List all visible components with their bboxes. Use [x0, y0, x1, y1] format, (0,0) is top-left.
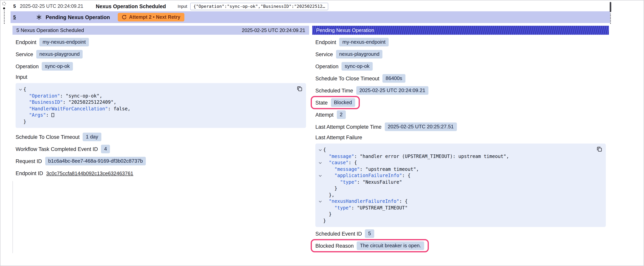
event-id: 5 — [10, 4, 16, 9]
field-value-chip: sync-op-ok — [42, 62, 73, 71]
pending-fields-mid: Attempt 2 Last Attempt Complete Time 202… — [315, 110, 606, 131]
field-label: Last Attempt Complete Time — [315, 124, 382, 130]
scheduled-event-detail-panel: 5 Nexus Operation Scheduled 2025-02-25 U… — [12, 26, 309, 181]
field-label: Scheduled Time — [315, 88, 353, 93]
scrollbar-thumb[interactable] — [610, 2, 611, 12]
fold-chevron-icon[interactable] — [317, 147, 323, 153]
field-value-chip: nexus-playground — [36, 50, 83, 59]
field-value-chip: 1 day — [83, 133, 101, 141]
attempt-retry-badge: Attempt 2 • Next Retry — [118, 13, 184, 22]
field-value-chip: 86400s — [382, 74, 405, 83]
endpoint-id-link[interactable]: 3c0c75ccfa8144b092c13ce632463761 — [46, 170, 133, 176]
input-json-viewer: { "Operation": "sync-op-ok", "BusinessID… — [16, 83, 306, 128]
detail-field-row: Endpoint my-nexus-endpoint — [315, 38, 606, 46]
attempt-badge-label: Attempt 2 • Next Retry — [129, 15, 180, 20]
timeline-node-icon — [2, 2, 6, 6]
scheduled-event-id-chip: 5 — [365, 229, 374, 238]
timeline-dot-icon — [3, 8, 5, 9]
detail-field-row: Last Attempt Complete Time 2025-02-25 UT… — [315, 122, 606, 131]
copy-json-button[interactable] — [297, 86, 302, 92]
event-input-label: Input — [178, 4, 187, 9]
empty-array-icon — [52, 113, 54, 117]
event-title: Nexus Operation Scheduled — [96, 3, 166, 9]
detail-field-row: Service nexus-playground — [16, 50, 306, 59]
field-label: Operation — [16, 63, 39, 69]
event-id-link[interactable]: 5 — [10, 15, 16, 20]
field-value-chip: my-nexus-endpoint — [339, 38, 389, 46]
fold-chevron-icon[interactable] — [317, 159, 323, 166]
pending-operation-panel: Pending Nexus Operation Endpoint my-nexu… — [312, 26, 609, 253]
blocked-reason-annotation-highlight: Blocked Reason The circuit breaker is op… — [311, 239, 429, 252]
field-value-chip: 2025-02-25 UTC 20:25:27.51 — [384, 122, 457, 131]
field-value-chip: 4 — [101, 145, 110, 153]
field-label: Endpoint — [16, 39, 36, 45]
input-json-code: { "Operation": "sync-op-ok", "BusinessID… — [17, 86, 302, 125]
field-label: Service — [315, 51, 333, 57]
detail-field-row: Schedule To Close Timeout 1 day — [16, 133, 306, 141]
failure-json-viewer: { "message": "handler error (UPSTREAM_TI… — [315, 144, 606, 227]
field-label: Blocked Reason — [315, 243, 354, 249]
blocked-reason-chip: The circuit breaker is open. — [357, 241, 424, 250]
scheduled-panel-header: 5 Nexus Operation Scheduled 2025-02-25 U… — [12, 26, 309, 35]
pending-panel-title: Pending Nexus Operation — [316, 27, 374, 33]
detail-field-row: Attempt 2 — [315, 110, 606, 119]
endpoint-id-row: Endpoint ID 3c0c75ccfa8144b092c13ce63246… — [16, 169, 306, 177]
copy-json-button[interactable] — [596, 146, 602, 152]
field-label: State — [315, 100, 328, 106]
field-label: Schedule To Close Timeout — [16, 134, 80, 140]
detail-field-row: Endpoint my-nexus-endpoint — [16, 38, 306, 46]
copy-icon — [297, 86, 302, 92]
detail-field-row: Operation sync-op-ok — [16, 62, 306, 71]
fold-chevron-icon[interactable] — [317, 198, 323, 205]
scheduled-panel-timestamp: 2025-02-25 UTC 20:24:09.21 — [242, 28, 305, 33]
state-annotation-highlight: State Blocked — [311, 96, 360, 109]
field-value-chip: 2025-02-25 UTC 20:24:09.21 — [356, 86, 428, 95]
field-label: Service — [16, 51, 33, 57]
field-label: Schedule To Close Timeout — [315, 76, 379, 81]
detail-field-row: Request ID b1c6a4bc-8ee7-468a-9169-df3b0… — [16, 157, 306, 165]
scheduled-fields-bottom: Schedule To Close Timeout 1 day Workflow… — [16, 133, 306, 165]
field-label: Workflow Task Completed Event ID — [16, 146, 98, 152]
event-title: Pending Nexus Operation — [46, 14, 110, 20]
fold-chevron-icon[interactable] — [317, 172, 323, 179]
state-value-chip: Blocked — [331, 98, 355, 107]
field-label: Operation — [315, 63, 338, 69]
field-value-chip: b1c6a4bc-8ee7-468a-9169-df3b02c8737b — [45, 157, 146, 165]
detail-field-row: Scheduled Time 2025-02-25 UTC 20:24:09.2… — [315, 86, 606, 95]
field-label: Endpoint — [315, 39, 336, 45]
event-input-preview: {"Operation":"sync-op-ok","BusinessID":"… — [190, 3, 328, 10]
scheduled-fields-top: Endpoint my-nexus-endpoint Service nexus… — [16, 38, 306, 71]
detail-field-row: Operation sync-op-ok — [315, 62, 606, 71]
pending-panel-header: Pending Nexus Operation — [312, 26, 609, 35]
field-label: Scheduled Event ID — [315, 231, 362, 236]
scheduled-panel-title: 5 Nexus Operation Scheduled — [16, 27, 84, 33]
event-timestamp: 2025-02-25 UTC 20:24:09.21 — [20, 4, 83, 9]
field-label: Attempt — [315, 112, 334, 118]
failure-section-label: Last Attempt Failure — [315, 135, 606, 142]
event-row-nexus-operation-scheduled[interactable]: 5 2025-02-25 UTC 20:24:09.21 Nexus Opera… — [10, 1, 610, 11]
temporal-event-history-screen: 5 2025-02-25 UTC 20:24:09.21 Nexus Opera… — [0, 0, 644, 266]
retry-icon — [122, 15, 127, 20]
field-label: Endpoint ID — [16, 170, 43, 176]
copy-icon — [596, 146, 602, 152]
failure-json-code: { "message": "handler error (UPSTREAM_TI… — [317, 147, 602, 224]
field-value-chip: sync-op-ok — [342, 62, 373, 71]
field-value-chip: nexus-playground — [336, 50, 382, 59]
event-row-pending-nexus-operation[interactable]: 5 Pending Nexus Operation Attempt 2 • Ne… — [10, 11, 610, 23]
detail-field-row: Schedule To Close Timeout 86400s — [315, 74, 606, 83]
scrollbar-dots — [610, 14, 611, 24]
detail-field-row: Service nexus-playground — [315, 50, 606, 59]
field-value-chip: my-nexus-endpoint — [40, 38, 89, 46]
pending-asterisk-icon — [36, 15, 42, 20]
detail-field-row: Workflow Task Completed Event ID 4 — [16, 145, 306, 153]
timeline-connector-line — [4, 11, 5, 24]
field-value-chip: 2 — [336, 110, 346, 119]
fold-chevron-icon[interactable] — [17, 86, 24, 93]
input-section-label: Input — [16, 74, 306, 81]
scheduled-event-id-row: Scheduled Event ID 5 — [315, 229, 606, 238]
field-label: Request ID — [16, 158, 42, 164]
pending-fields-top: Endpoint my-nexus-endpoint Service nexus… — [315, 38, 606, 95]
